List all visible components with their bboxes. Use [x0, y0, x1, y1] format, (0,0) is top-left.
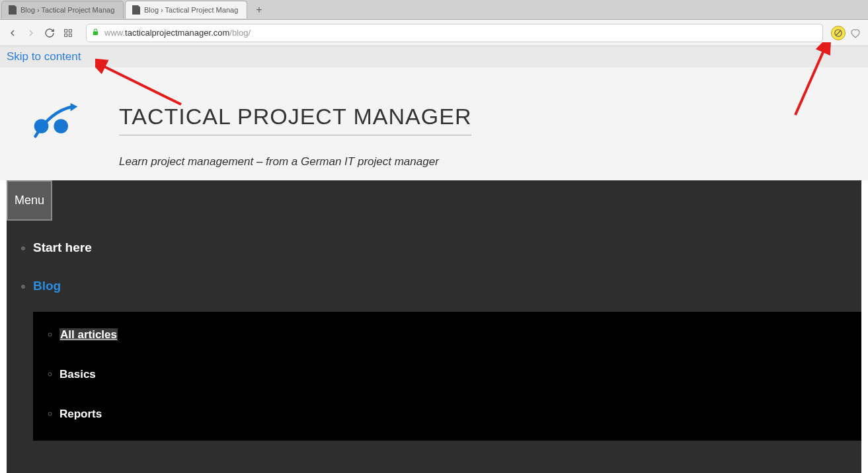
address-text: www.tacticalprojectmanager.com/blog/	[104, 28, 251, 38]
blog-submenu: All articles Basics Reports	[33, 312, 861, 441]
svg-rect-1	[69, 29, 71, 32]
subnav-link-basics[interactable]: Basics	[59, 368, 96, 381]
forward-button[interactable]	[24, 26, 38, 40]
svg-line-5	[836, 30, 841, 35]
apps-button[interactable]	[61, 26, 75, 40]
adblock-icon[interactable]	[831, 26, 846, 40]
site-header: TACTICAL PROJECT MANAGER Learn project m…	[0, 67, 868, 180]
nav-area: Menu Start here Blog All articles Basics…	[7, 180, 861, 473]
site-tagline: Learn project management – from a German…	[119, 155, 471, 168]
nav-item-start-here: Start here	[33, 240, 861, 255]
svg-rect-2	[65, 34, 67, 36]
back-button[interactable]	[5, 26, 20, 40]
menu-button[interactable]: Menu	[7, 180, 52, 221]
subnav-link-all-articles[interactable]: All articles	[59, 328, 118, 341]
page-icon	[9, 5, 17, 15]
nav-item-blog: Blog All articles Basics Reports	[33, 279, 861, 441]
browser-tab-bar: Blog › Tactical Project Manag Blog › Tac…	[0, 0, 868, 20]
nav-link-start-here[interactable]: Start here	[33, 240, 92, 254]
lock-icon	[92, 28, 99, 38]
subnav-item: Basics	[59, 368, 855, 381]
favorite-icon[interactable]	[848, 26, 863, 40]
skip-bar: Skip to content	[0, 46, 868, 67]
address-bar[interactable]: www.tacticalprojectmanager.com/blog/	[86, 24, 823, 42]
nav-link-blog[interactable]: Blog	[33, 279, 61, 293]
reload-button[interactable]	[42, 26, 57, 40]
page-icon	[132, 5, 140, 15]
tab-title: Blog › Tactical Project Manag	[20, 6, 114, 14]
browser-tab[interactable]: Blog › Tactical Project Manag	[1, 1, 124, 18]
svg-rect-3	[69, 34, 71, 36]
browser-tab-active[interactable]: Blog › Tactical Project Manag	[125, 1, 247, 18]
subnav-item: Reports	[59, 408, 855, 421]
svg-marker-8	[71, 103, 78, 112]
primary-nav-list: Start here Blog All articles Basics Repo…	[7, 240, 861, 441]
skip-to-content-link[interactable]: Skip to content	[7, 50, 81, 63]
subnav-link-reports[interactable]: Reports	[59, 408, 102, 420]
page-content: Skip to content TACTICAL PROJECT MANAGER…	[0, 46, 868, 473]
site-logo[interactable]	[7, 94, 106, 147]
subnav-item: All articles	[59, 328, 855, 342]
svg-point-7	[54, 119, 68, 133]
new-tab-button[interactable]: +	[251, 3, 267, 17]
svg-rect-0	[65, 29, 67, 32]
site-title: TACTICAL PROJECT MANAGER	[119, 104, 471, 135]
browser-toolbar: www.tacticalprojectmanager.com/blog/	[0, 20, 868, 46]
tab-title: Blog › Tactical Project Manag	[144, 6, 238, 14]
